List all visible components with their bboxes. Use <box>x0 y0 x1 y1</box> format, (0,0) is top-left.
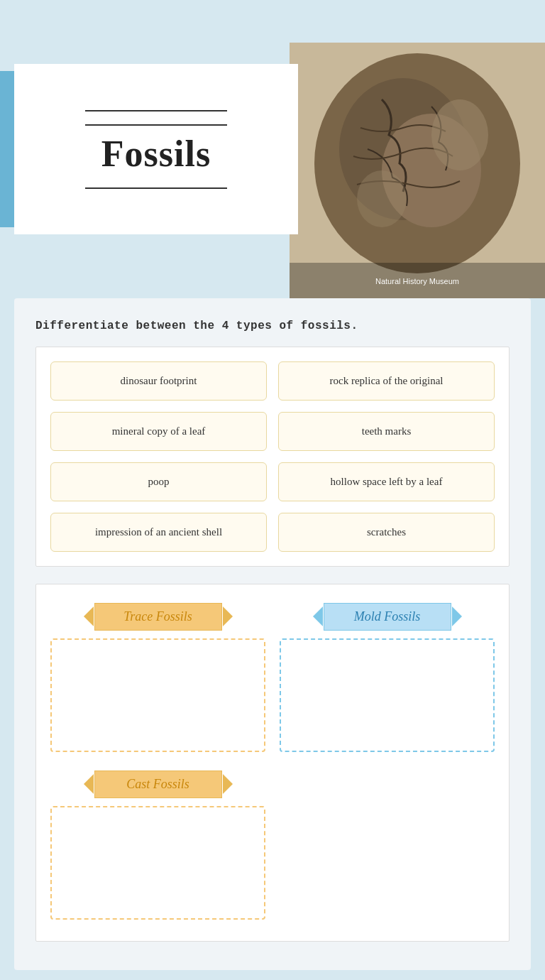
drop-zones-section: Trace Fossils Mold Fossils Ca <box>35 584 510 942</box>
cast-ribbon-left-fold <box>84 774 94 794</box>
list-item[interactable]: mineral copy of a leaf <box>50 412 267 451</box>
header-section: Fossils Natural History Museum <box>0 0 545 298</box>
ribbon-right-fold <box>223 606 233 626</box>
list-item[interactable]: teeth marks <box>278 412 495 451</box>
cast-fossils-drop-box[interactable] <box>50 806 265 920</box>
page-title: Fossils <box>101 133 211 175</box>
svg-point-5 <box>357 170 407 227</box>
trace-fossils-label: Trace Fossils <box>94 603 222 631</box>
ribbon-left-fold-blue <box>313 606 323 626</box>
mold-fossils-label: Mold Fossils <box>324 603 451 631</box>
items-grid: dinosaur footprint rock replica of the o… <box>50 361 495 552</box>
ribbon-left-fold <box>84 606 94 626</box>
list-item[interactable]: dinosaur footprint <box>50 361 267 401</box>
cast-fossils-label: Cast Fossils <box>94 771 222 798</box>
cast-ribbon-right-fold <box>223 774 233 794</box>
fossil-image: Natural History Museum <box>290 43 545 298</box>
ribbon-right-fold-blue <box>452 606 462 626</box>
list-item[interactable]: poop <box>50 462 267 501</box>
svg-text:Natural History Museum: Natural History Museum <box>375 277 459 285</box>
sorting-container: dinosaur footprint rock replica of the o… <box>35 347 510 567</box>
list-item[interactable]: scratches <box>278 513 495 552</box>
mold-fossils-banner: Mold Fossils <box>320 599 455 634</box>
list-item[interactable]: impression of an ancient shell <box>50 513 267 552</box>
trace-fossils-drop-box[interactable] <box>50 638 265 752</box>
title-line-bottom <box>85 187 227 189</box>
list-item[interactable]: hollow space left by a leaf <box>278 462 495 501</box>
blue-accent <box>0 71 16 227</box>
mold-fossils-zone: Mold Fossils <box>280 599 495 752</box>
cast-fossils-zone: Cast Fossils <box>50 766 265 920</box>
cast-fossils-banner: Cast Fossils <box>91 766 226 802</box>
instruction-text: Differentiate between the 4 types of fos… <box>35 320 510 332</box>
trace-fossils-zone: Trace Fossils <box>50 599 265 752</box>
drop-zones-top-row: Trace Fossils Mold Fossils <box>50 599 495 752</box>
title-card: Fossils <box>14 64 298 234</box>
mold-fossils-drop-box[interactable] <box>280 638 495 752</box>
drop-zones-bottom-row: Cast Fossils <box>50 766 495 920</box>
title-line-top <box>85 110 227 111</box>
main-content: Differentiate between the 4 types of fos… <box>14 298 531 970</box>
svg-point-4 <box>431 99 488 170</box>
list-item[interactable]: rock replica of the original <box>278 361 495 401</box>
title-line-top-2 <box>85 124 227 126</box>
trace-fossils-banner: Trace Fossils <box>91 599 226 634</box>
